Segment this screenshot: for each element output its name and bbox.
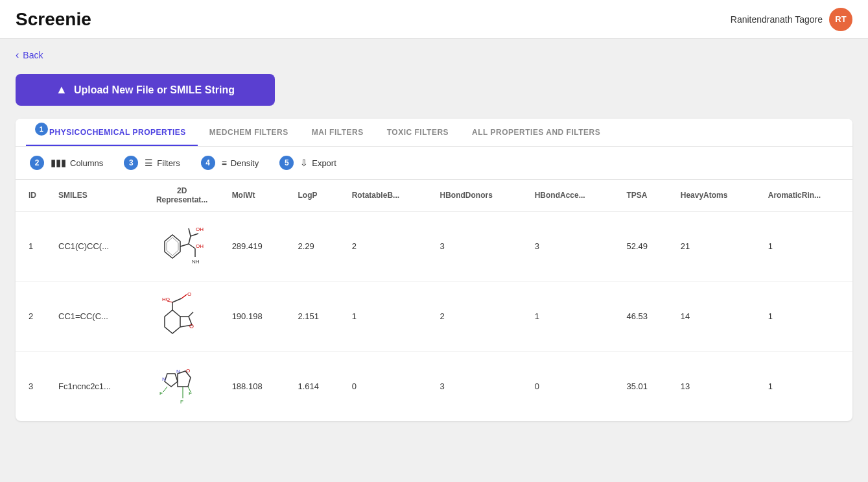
tab-medchem[interactable]: MEDCHEM FILTERS — [198, 119, 300, 146]
cell-aromaticrin-2: 1 — [758, 282, 852, 352]
export-button[interactable]: 5 ⇩ Export — [276, 153, 340, 173]
tab-bar: 1 PHYSICOCHEMICAL PROPERTIES MEDCHEM FIL… — [16, 119, 852, 147]
col-header-smiles: SMILES — [48, 180, 143, 211]
tab-mai[interactable]: MAI FILTERS — [300, 119, 375, 146]
cell-molwt-2: 190.198 — [222, 282, 288, 352]
molecule-svg-3: N N O F F F — [153, 359, 211, 411]
svg-line-26 — [163, 387, 167, 392]
cell-repr-2: O HO O — [143, 282, 222, 352]
data-table: ID SMILES 2DRepresentat... MolWt LogP Ro… — [16, 180, 852, 421]
cell-id-2: 2 — [16, 282, 48, 352]
avatar[interactable]: RT — [829, 8, 852, 31]
tab-mai-label: MAI FILTERS — [312, 128, 364, 137]
table-row: 2 CC1=CC(C... O — [16, 282, 852, 352]
cell-tpsa-3: 35.01 — [616, 352, 670, 422]
col-header-hbonddonors: HBondDonors — [430, 180, 524, 211]
filters-icon: ☰ — [145, 158, 153, 168]
svg-text:N: N — [162, 376, 166, 382]
cell-hbonddonors-3: 3 — [430, 352, 524, 422]
tab-medchem-label: MEDCHEM FILTERS — [209, 128, 288, 137]
svg-text:OH: OH — [196, 226, 204, 232]
upload-button[interactable]: ▲ Upload New File or SMILE String — [16, 74, 275, 106]
col-header-logp: LogP — [287, 180, 341, 211]
molecule-svg-1: OH OH NH — [153, 219, 211, 271]
app-header: Screenie Ranitendranath Tagore RT — [0, 0, 868, 39]
svg-marker-11 — [165, 310, 180, 333]
cell-id-3: 3 — [16, 352, 48, 422]
app-title: Screenie — [16, 9, 91, 30]
svg-text:O: O — [186, 368, 190, 374]
svg-line-2 — [180, 244, 189, 247]
tab-physicochemical-label: PHYSICOCHEMICAL PROPERTIES — [38, 128, 186, 137]
col-header-molwt: MolWt — [222, 180, 288, 211]
molecule-svg-2: O HO O — [153, 289, 211, 341]
col-header-id: ID — [16, 180, 48, 211]
table-row: 3 Fc1ncnc2c1... N N — [16, 352, 852, 422]
upload-button-label: Upload New File or SMILE String — [74, 84, 235, 96]
cell-heavyatoms-1: 21 — [670, 211, 758, 282]
cell-hbonddonors-2: 2 — [430, 282, 524, 352]
tab-toxic-label: TOXIC FILTERS — [387, 128, 449, 137]
export-icon: ⇩ — [300, 158, 308, 168]
columns-button[interactable]: 2 ▮▮▮ Columns — [26, 153, 107, 173]
tab-physicochemical[interactable]: 1 PHYSICOCHEMICAL PROPERTIES — [26, 119, 198, 146]
export-label: Export — [312, 158, 336, 168]
table-toolbar: 2 ▮▮▮ Columns 3 ☰ Filters 4 ≡ Density 5 … — [16, 147, 852, 180]
back-label: Back — [23, 50, 43, 60]
cell-tpsa-2: 46.53 — [616, 282, 670, 352]
svg-marker-0 — [165, 235, 180, 258]
svg-line-5 — [191, 234, 198, 236]
username-label: Ranitendranath Tagore — [731, 14, 823, 25]
user-info: Ranitendranath Tagore RT — [731, 8, 852, 31]
svg-text:OH: OH — [196, 243, 204, 249]
cell-smiles-3: Fc1ncnc2c1... — [48, 352, 143, 422]
tab-toxic[interactable]: TOXIC FILTERS — [375, 119, 460, 146]
export-badge: 5 — [279, 156, 294, 170]
svg-line-15 — [172, 298, 182, 302]
cell-rotatable-2: 1 — [342, 282, 430, 352]
svg-text:F: F — [180, 399, 183, 405]
svg-line-6 — [189, 228, 191, 236]
svg-text:NH: NH — [192, 259, 200, 265]
cell-aromaticrin-1: 1 — [758, 211, 852, 282]
cell-hbondacce-2: 1 — [524, 282, 616, 352]
cell-heavyatoms-3: 13 — [670, 352, 758, 422]
cell-repr-3: N N O F F F — [143, 352, 222, 422]
density-icon: ≡ — [222, 158, 227, 168]
columns-icon: ▮▮▮ — [51, 157, 66, 169]
svg-line-4 — [189, 236, 191, 244]
svg-marker-20 — [165, 374, 178, 387]
columns-badge: 2 — [30, 156, 44, 170]
cell-hbonddonors-1: 3 — [430, 211, 524, 282]
col-header-tpsa: TPSA — [616, 180, 670, 211]
svg-text:F: F — [159, 391, 163, 396]
table-wrapper: ID SMILES 2DRepresentat... MolWt LogP Ro… — [16, 180, 852, 421]
tab-all[interactable]: ALL PROPERTIES AND FILTERS — [460, 119, 612, 146]
svg-text:O: O — [189, 323, 194, 330]
cell-molwt-3: 188.108 — [222, 352, 288, 422]
col-header-heavyatoms: HeavyAtoms — [670, 180, 758, 211]
cell-repr-1: OH OH NH — [143, 211, 222, 282]
svg-line-13 — [189, 312, 193, 317]
cell-rotatable-1: 2 — [342, 211, 430, 282]
svg-marker-1 — [167, 237, 178, 256]
table-card: 1 PHYSICOCHEMICAL PROPERTIES MEDCHEM FIL… — [16, 119, 852, 421]
filters-label: Filters — [157, 158, 180, 168]
tab-badge-1: 1 — [35, 123, 48, 136]
cell-logp-2: 2.151 — [287, 282, 341, 352]
cell-logp-3: 1.614 — [287, 352, 341, 422]
col-header-repr: 2DRepresentat... — [143, 180, 222, 211]
cell-hbondacce-1: 3 — [524, 211, 616, 282]
back-button[interactable]: ‹ Back — [16, 49, 43, 61]
upload-icon: ▲ — [56, 83, 67, 97]
density-badge: 4 — [201, 156, 215, 170]
density-label: Density — [231, 158, 259, 168]
density-button[interactable]: 4 ≡ Density — [197, 153, 263, 173]
cell-heavyatoms-2: 14 — [670, 282, 758, 352]
cell-tpsa-1: 52.49 — [616, 211, 670, 282]
tab-all-label: ALL PROPERTIES AND FILTERS — [472, 128, 600, 137]
filters-badge: 3 — [124, 156, 138, 170]
cell-molwt-1: 289.419 — [222, 211, 288, 282]
cell-logp-1: 2.29 — [287, 211, 341, 282]
filters-button[interactable]: 3 ☰ Filters — [120, 153, 183, 173]
